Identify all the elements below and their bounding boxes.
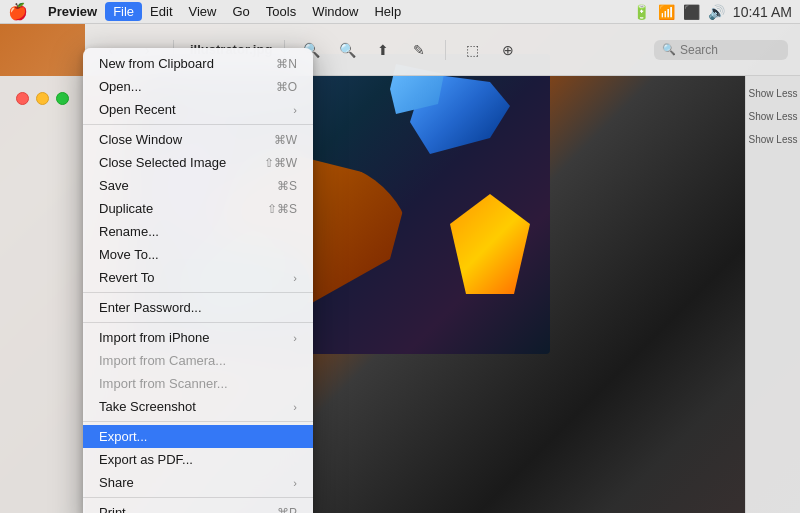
menu-item-import-camera: Import from Camera... <box>83 349 313 372</box>
menu-item-rename[interactable]: Rename... <box>83 220 313 243</box>
menubar-file[interactable]: File <box>105 2 142 21</box>
menu-item-duplicate[interactable]: Duplicate ⇧⌘S <box>83 197 313 220</box>
menu-item-close-window[interactable]: Close Window ⌘W <box>83 128 313 151</box>
app-window: ‹ › illustrator.jpg 🔍 🔍 ⬆ ✎ ⬚ ⊕ 🔍 Show L… <box>0 24 800 513</box>
thumbnail-sidebar <box>0 76 85 513</box>
menubar-go[interactable]: Go <box>224 2 257 21</box>
clock: 10:41 AM <box>733 4 792 20</box>
apple-menu[interactable]: 🍎 <box>8 2 28 21</box>
menu-item-import-iphone[interactable]: Import from iPhone › <box>83 326 313 349</box>
search-box[interactable]: 🔍 <box>654 40 788 60</box>
traffic-lights <box>16 92 69 105</box>
menu-item-export[interactable]: Export... <box>83 425 313 448</box>
menubar-edit[interactable]: Edit <box>142 2 180 21</box>
side-panel-btn-2[interactable]: Show Less <box>746 107 800 126</box>
menubar-tools[interactable]: Tools <box>258 2 304 21</box>
menu-item-open[interactable]: Open... ⌘O <box>83 75 313 98</box>
toolbar-actual-size[interactable]: ⊕ <box>494 36 522 64</box>
menu-item-open-recent[interactable]: Open Recent › <box>83 98 313 121</box>
menubar-preview[interactable]: Preview <box>40 2 105 21</box>
menubar-window[interactable]: Window <box>304 2 366 21</box>
menu-item-new-clipboard[interactable]: New from Clipboard ⌘N <box>83 52 313 75</box>
menu-item-import-scanner: Import from Scanner... <box>83 372 313 395</box>
toolbar-markup[interactable]: ✎ <box>405 36 433 64</box>
battery-icon: 🔋 <box>633 4 650 20</box>
side-panel-btn-1[interactable]: Show Less <box>746 84 800 103</box>
bluetooth-icon: ⬛ <box>683 4 700 20</box>
menu-sep-1 <box>83 124 313 125</box>
menu-item-export-pdf[interactable]: Export as PDF... <box>83 448 313 471</box>
menubar: 🍎 Preview File Edit View Go Tools Window… <box>0 0 800 24</box>
toolbar-zoom-in[interactable]: 🔍 <box>333 36 361 64</box>
toolbar-share[interactable]: ⬆ <box>369 36 397 64</box>
search-input[interactable] <box>680 43 780 57</box>
menu-sep-4 <box>83 421 313 422</box>
menu-item-take-screenshot[interactable]: Take Screenshot › <box>83 395 313 418</box>
file-dropdown-menu: New from Clipboard ⌘N Open... ⌘O Open Re… <box>83 48 313 513</box>
volume-icon: 🔊 <box>708 4 725 20</box>
search-icon: 🔍 <box>662 43 676 56</box>
fullscreen-button[interactable] <box>56 92 69 105</box>
menu-sep-2 <box>83 292 313 293</box>
menu-item-enter-password[interactable]: Enter Password... <box>83 296 313 319</box>
menu-item-save[interactable]: Save ⌘S <box>83 174 313 197</box>
art-orange <box>450 194 530 294</box>
menu-item-share[interactable]: Share › <box>83 471 313 494</box>
menu-item-move-to[interactable]: Move To... <box>83 243 313 266</box>
toolbar-fit[interactable]: ⬚ <box>458 36 486 64</box>
side-panel-btn-3[interactable]: Show Less <box>746 130 800 149</box>
menu-item-close-selected[interactable]: Close Selected Image ⇧⌘W <box>83 151 313 174</box>
close-button[interactable] <box>16 92 29 105</box>
menubar-view[interactable]: View <box>181 2 225 21</box>
menu-item-print[interactable]: Print... ⌘P <box>83 501 313 513</box>
side-panel: Show Less Show Less Show Less <box>745 76 800 513</box>
menu-sep-3 <box>83 322 313 323</box>
menubar-help[interactable]: Help <box>366 2 409 21</box>
menu-sep-5 <box>83 497 313 498</box>
menu-item-revert-to[interactable]: Revert To › <box>83 266 313 289</box>
menubar-status-area: 🔋 📶 ⬛ 🔊 10:41 AM <box>633 4 792 20</box>
minimize-button[interactable] <box>36 92 49 105</box>
toolbar-separator3 <box>445 40 446 60</box>
wifi-icon: 📶 <box>658 4 675 20</box>
